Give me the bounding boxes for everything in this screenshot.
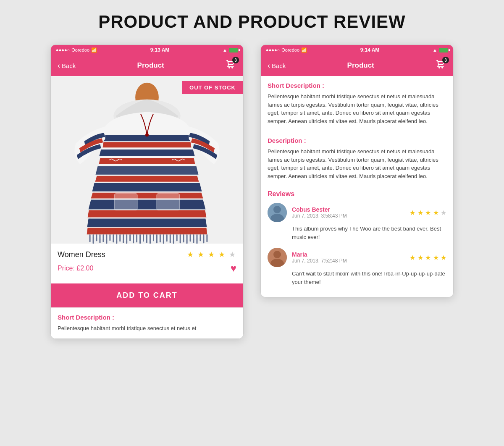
page-title: PRODUCT AND PRODUCT REVIEW (90, 0, 414, 45)
right-phone: ●●●●○ Ooredoo 📶 9:14 AM ▲ ‹ Back Product… (260, 45, 454, 297)
right-description-text: Pellentesque habitant morbi tristique se… (268, 147, 446, 180)
right-cart-badge: 3 (442, 57, 449, 63)
right-short-description-text: Pellentesque habitant morbi tristique se… (268, 92, 446, 125)
star-1: ★ (187, 250, 194, 259)
left-cart-button[interactable]: 3 (226, 59, 236, 72)
left-short-description-text: Pellentesque habitant morbi tristique se… (58, 324, 236, 333)
left-short-description-section: Short Description : Pellentesque habitan… (51, 307, 243, 338)
star-5-empty: ★ (229, 250, 236, 259)
review-1-header: Cobus Bester Jun 7, 2013, 3:58:43 PM ★ ★… (268, 203, 446, 222)
right-cart-button[interactable]: 3 (436, 59, 446, 72)
svg-rect-18 (129, 234, 131, 241)
svg-rect-35 (186, 234, 188, 244)
out-of-stock-badge: OUT OF STOCK (182, 81, 243, 94)
svg-rect-37 (193, 234, 194, 243)
reviewer-1-date: Jun 7, 2013, 3:58:43 PM (292, 213, 404, 219)
favorite-heart-icon[interactable]: ♥ (231, 262, 236, 274)
svg-rect-4 (114, 194, 137, 210)
svg-rect-16 (123, 234, 124, 243)
product-name: Women Dress (58, 250, 105, 259)
left-nav-bar: ‹ Back Product 3 (51, 55, 243, 76)
svg-rect-24 (150, 234, 151, 244)
product-name-row: Women Dress ★ ★ ★ ★ ★ (58, 250, 236, 259)
product-image (51, 76, 243, 244)
svg-rect-12 (109, 234, 110, 241)
r2-star-5: ★ (441, 254, 446, 261)
phones-container: ●●●●○ Ooredoo 📶 9:13 AM ▲ ‹ Back Product… (0, 45, 504, 339)
svg-rect-34 (183, 234, 184, 242)
svg-point-47 (273, 251, 281, 258)
reviewer-1-info: Cobus Bester Jun 7, 2013, 3:58:43 PM (292, 206, 404, 219)
star-2: ★ (197, 250, 205, 259)
svg-rect-27 (160, 234, 161, 242)
svg-rect-14 (116, 234, 117, 244)
r1-star-2: ★ (417, 209, 423, 216)
svg-rect-39 (200, 234, 201, 241)
svg-rect-10 (102, 234, 104, 242)
reviewer-1-avatar (268, 203, 287, 222)
price-row: Price: £2.00 ♥ (58, 262, 236, 274)
left-back-button[interactable]: ‹ Back (58, 61, 76, 70)
reviewer-1-stars: ★ ★ ★ ★ ★ (410, 209, 446, 217)
svg-rect-8 (96, 234, 97, 241)
svg-rect-5 (157, 194, 180, 210)
review-item-1: Cobus Bester Jun 7, 2013, 3:58:43 PM ★ ★… (268, 203, 446, 241)
reviewer-2-info: Maria Jun 7, 2013, 7:52:48 PM (292, 251, 404, 264)
add-to-cart-button[interactable]: ADD TO CART (51, 283, 243, 307)
right-carrier-name: Ooredoo (281, 47, 299, 52)
left-product-info: Women Dress ★ ★ ★ ★ ★ Price: £2.00 ♥ (51, 244, 243, 283)
svg-rect-25 (153, 234, 154, 241)
svg-rect-6 (89, 234, 91, 242)
svg-rect-15 (119, 234, 121, 241)
left-cart-badge: 3 (232, 57, 239, 63)
right-description-section: Description : Pellentesque habitant morb… (261, 131, 453, 186)
left-status-left: ●●●●○ Ooredoo 📶 (56, 47, 97, 53)
svg-rect-28 (163, 234, 164, 244)
svg-rect-20 (136, 234, 137, 242)
reviewer-2-avatar (268, 248, 287, 267)
reviews-section: Reviews Cobus Bester Jun 7, 2013, 3:58:4… (261, 186, 453, 297)
svg-point-42 (145, 133, 149, 136)
left-status-bar: ●●●●○ Ooredoo 📶 9:13 AM ▲ (51, 45, 243, 55)
left-phone: ●●●●○ Ooredoo 📶 9:13 AM ▲ ‹ Back Product… (50, 45, 244, 339)
right-short-description-section: Short Description : Pellentesque habitan… (261, 76, 453, 131)
r1-star-3: ★ (425, 209, 431, 216)
reviewer-1-text: This album proves why The Woo are the be… (268, 225, 446, 241)
right-battery-icon (439, 48, 448, 52)
reviewer-1-name: Cobus Bester (292, 206, 404, 213)
reviewer-2-text: Can't wait to start mixin' with this one… (268, 270, 446, 286)
left-back-chevron-icon: ‹ (58, 61, 60, 70)
svg-rect-41 (206, 234, 207, 242)
reviewer-2-date: Jun 7, 2013, 7:52:48 PM (292, 258, 404, 264)
right-location-icon: ▲ (433, 47, 437, 52)
svg-rect-23 (146, 234, 147, 243)
svg-rect-26 (156, 234, 158, 243)
location-icon: ▲ (223, 47, 227, 52)
right-description-label: Description : (268, 137, 446, 144)
svg-rect-29 (166, 234, 168, 241)
r1-star-1: ★ (410, 209, 415, 216)
svg-rect-22 (143, 234, 144, 241)
right-status-right: ▲ (433, 47, 448, 52)
right-back-button[interactable]: ‹ Back (268, 61, 286, 70)
right-status-bar: ●●●●○ Ooredoo 📶 9:14 AM ▲ (261, 45, 453, 55)
svg-rect-7 (93, 234, 94, 244)
review-item-2: Maria Jun 7, 2013, 7:52:48 PM ★ ★ ★ ★ ★ … (268, 248, 446, 286)
battery-icon (229, 48, 238, 52)
right-time: 9:14 AM (360, 47, 380, 53)
right-wifi-icon: 📶 (301, 47, 307, 53)
svg-rect-11 (106, 234, 107, 244)
svg-rect-33 (180, 234, 181, 243)
wifi-icon: 📶 (91, 47, 97, 53)
svg-rect-30 (170, 234, 171, 243)
svg-rect-9 (99, 234, 100, 243)
r2-star-1: ★ (410, 254, 415, 261)
star-3: ★ (208, 250, 215, 259)
r1-star-5-empty: ★ (441, 209, 446, 216)
svg-rect-36 (190, 234, 191, 241)
right-short-description-label: Short Description : (268, 82, 446, 89)
left-product-image-container: OUT OF STOCK (51, 76, 243, 244)
svg-rect-13 (113, 234, 114, 242)
svg-rect-31 (173, 234, 174, 244)
svg-rect-21 (139, 234, 141, 244)
